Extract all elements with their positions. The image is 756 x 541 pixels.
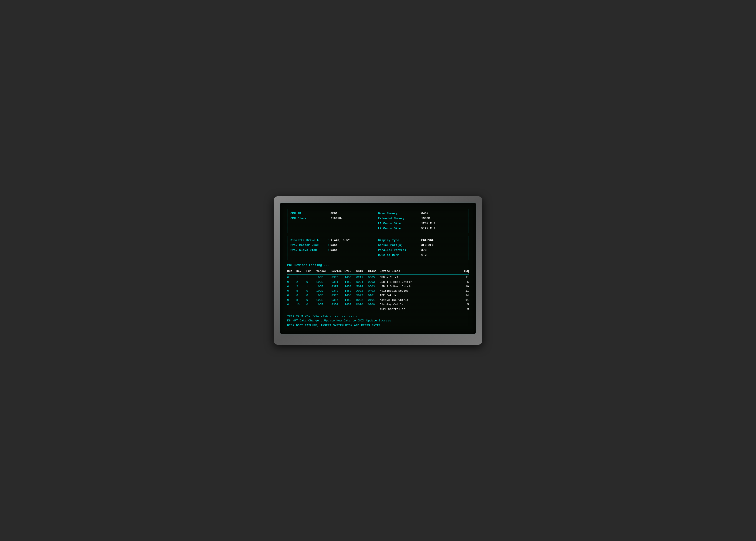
pci-bus: 0 (287, 280, 296, 284)
pci-ssid: 5004 (356, 284, 368, 289)
drive-ports-section: Diskette Drive A:1.44M, 3.5"Pri. Master … (287, 236, 469, 260)
info-row: Extended Memory:1983M (378, 216, 465, 221)
info-value: 1983M (421, 216, 430, 221)
info-value: 2100MHz (331, 216, 343, 221)
status-line: DISK BOOT FAILURE, INSERT SYSTEM DISK AN… (287, 323, 469, 328)
info-colon: : (328, 243, 329, 248)
info-value: None (331, 248, 338, 253)
pci-irq: 9 (460, 307, 469, 312)
info-row: Parallel Port(s):378 (378, 248, 465, 253)
info-colon: : (328, 248, 329, 253)
pci-device-row: 0 1 1 10DE 03EB 1458 0C11 0C05 SMBus Cnt… (287, 275, 469, 280)
pci-fun: 0 (306, 289, 316, 293)
pci-irq: 5 (460, 280, 469, 284)
info-label: Serial Port(s) (378, 243, 418, 248)
pci-bus: 0 (287, 298, 296, 302)
pci-device-row: 0 5 0 10DE 03F0 1458 A002 0403 Multimedi… (287, 289, 469, 293)
info-row: Pri. Master Disk:None (291, 243, 378, 248)
pci-fun: 1 (306, 275, 316, 280)
pci-vendor: 10DE (316, 293, 332, 298)
pci-dev: 2 (296, 284, 306, 289)
info-label: Extended Memory (378, 216, 418, 221)
pci-svid: 1458 (345, 280, 356, 284)
pci-vendor: 10DE (316, 302, 332, 307)
info-row: L2 Cache Size:512K X 2 (378, 226, 465, 231)
info-label: Parallel Port(s) (378, 248, 418, 253)
col-header-bus: Bus (287, 269, 296, 273)
info-value: 1 2 (421, 253, 426, 258)
info-colon: : (328, 211, 329, 216)
pci-vendor: 10DE (316, 298, 332, 302)
pci-svid: 1458 (345, 302, 356, 307)
pci-device: 03F0 (332, 289, 345, 293)
status-messages: Verifying DMI Pool Data ................… (287, 313, 469, 328)
pci-device-row: 0 13 0 10DE 03D1 1458 D000 0300 Display … (287, 302, 469, 307)
pci-header-row: Bus Dev Fun Vendor Device SVID SSID Clas… (287, 269, 469, 274)
info-value: 3F8 2F8 (421, 243, 433, 248)
pci-title: PCI Devices Listing ... (287, 263, 469, 268)
pci-dev (296, 307, 306, 312)
info-value: 128K X 2 (421, 221, 435, 226)
info-row: Display Type:EGA/VGA (378, 238, 465, 243)
pci-ssid (356, 307, 368, 312)
pci-bus: 0 (287, 289, 296, 293)
info-value: 0FB1 (331, 211, 338, 216)
pci-class: 0101 (368, 298, 380, 302)
info-value: 512K X 2 (421, 226, 435, 231)
cpu-info-left: CPU ID:0FB1CPU Clock:2100MHz (291, 211, 378, 231)
pci-ssid: D000 (356, 302, 368, 307)
pci-dev: 1 (296, 275, 306, 280)
pci-device-row: 0 2 1 10DE 03F2 1458 5004 0C03 USB 2.0 H… (287, 284, 469, 289)
info-colon: : (328, 216, 329, 221)
info-row: L1 Cache Size:128K X 2 (378, 221, 465, 226)
pci-device-row: 0 8 0 10DE 03F6 1458 B002 0101 Native ID… (287, 298, 469, 302)
pci-bus (287, 307, 296, 312)
pci-device-row: 0 6 0 10DE 03EC 1458 5002 0101 IDE Cntrl… (287, 293, 469, 298)
pci-device (332, 307, 345, 312)
pci-bus: 0 (287, 275, 296, 280)
pci-devclass: USB 1.1 Host Cntrlr (380, 280, 460, 284)
pci-fun (306, 307, 316, 312)
info-value: 378 (421, 248, 426, 253)
pci-device: 03F6 (332, 298, 345, 302)
status-line: Verifying DMI Pool Data ................ (287, 313, 469, 318)
pci-bus: 0 (287, 302, 296, 307)
pci-bus: 0 (287, 284, 296, 289)
col-header-fun: Fun (306, 269, 316, 273)
pci-devclass: USB 2.0 Host Cntrlr (380, 284, 460, 289)
col-header-ssid: SSID (356, 269, 368, 273)
pci-devclass: Multimedia Device (380, 289, 460, 293)
pci-vendor: 10DE (316, 289, 332, 293)
info-colon: : (418, 226, 420, 231)
col-header-device: Device (332, 269, 345, 273)
pci-device: 03F2 (332, 284, 345, 289)
info-row: CPU ID:0FB1 (291, 211, 378, 216)
info-value: EGA/VGA (421, 238, 433, 243)
pci-class: 0C03 (368, 280, 380, 284)
pci-irq: 14 (460, 293, 469, 298)
pci-dev: 2 (296, 280, 306, 284)
pci-device: 03D1 (332, 302, 345, 307)
info-row: CPU Clock:2100MHz (291, 216, 378, 221)
info-row: DDR2 at DIMM:1 2 (378, 253, 465, 258)
pci-fun: 0 (306, 298, 316, 302)
info-colon: : (418, 221, 420, 226)
pci-bus: 0 (287, 293, 296, 298)
memory-info-right: Base Memory:640KExtended Memory:1983ML1 … (378, 211, 465, 231)
pci-dev: 5 (296, 289, 306, 293)
pci-ssid: B002 (356, 298, 368, 302)
pci-devclass: SMBus Cntrlr (380, 275, 460, 280)
pci-dev: 6 (296, 293, 306, 298)
pci-irq: 11 (460, 298, 469, 302)
pci-class (368, 307, 380, 312)
pci-svid: 1458 (345, 298, 356, 302)
info-row: Base Memory:640K (378, 211, 465, 216)
bios-screen: CPU ID:0FB1CPU Clock:2100MHz Base Memory… (280, 203, 476, 334)
pci-vendor: 10DE (316, 280, 332, 284)
info-row: Diskette Drive A:1.44M, 3.5" (291, 238, 378, 243)
pci-ssid: 5002 (356, 293, 368, 298)
pci-devclass: Native IDE Cntrlr (380, 298, 460, 302)
info-label: Base Memory (378, 211, 418, 216)
info-value: 640K (421, 211, 428, 216)
pci-svid: 1458 (345, 289, 356, 293)
